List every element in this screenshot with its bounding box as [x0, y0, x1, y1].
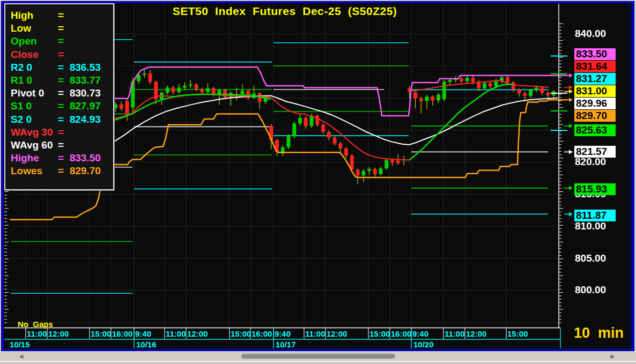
candle-body — [489, 83, 492, 86]
candle-body — [413, 92, 417, 99]
time-label: 9:40 — [412, 329, 428, 338]
candle-body — [195, 84, 198, 90]
price-value-badge: 829.70 — [574, 110, 616, 122]
time-label: 15:00 — [369, 329, 390, 338]
candle-body — [114, 105, 117, 108]
candle-body — [321, 125, 325, 132]
candle-body — [431, 96, 434, 100]
legend-row-label: R1 0 — [11, 74, 58, 87]
time-label: 9:40 — [275, 329, 291, 338]
candle-body — [149, 73, 152, 82]
candle-body — [304, 118, 308, 127]
time-label: 12:00 — [187, 329, 208, 338]
indicator-legend-panel: High=Low=Open=Close=R2 0= 836.53R1 0= 83… — [4, 3, 114, 190]
horizontal-scrollbar[interactable]: ◄ ► — [0, 351, 636, 362]
candle-body — [367, 169, 371, 171]
price-value-badge: 821.57 — [574, 146, 616, 158]
price-value-badge: 829.96 — [574, 98, 616, 109]
time-label: 16:00 — [391, 329, 411, 338]
time-label: 15:00 — [231, 329, 251, 338]
legend-row-label: WAvg 30 — [11, 126, 58, 139]
candle-body — [120, 105, 123, 109]
candle-body — [506, 77, 509, 83]
legend-row-value: = — [58, 139, 64, 152]
legend-row-label: High — [11, 9, 58, 22]
scrollbar-thumb[interactable] — [241, 354, 395, 359]
legend-row-label: Highe — [11, 152, 58, 165]
scroll-left-arrow-icon[interactable]: ◄ — [18, 352, 25, 361]
candle-body — [172, 87, 175, 92]
legend-row-value: = 830.73 — [58, 87, 101, 100]
legend-row: Lowes= 829.70 — [11, 165, 113, 177]
candle-body — [166, 87, 169, 93]
price-value-badge: 831.00 — [574, 85, 616, 97]
candle-body — [373, 169, 377, 174]
price-value-badge: 831.64 — [574, 61, 616, 72]
candle-body — [494, 81, 498, 86]
legend-row-value: = — [58, 126, 64, 139]
legend-row: R1 0= 833.77 — [11, 74, 113, 87]
legend-row: Open= — [11, 35, 113, 48]
candle-body — [298, 118, 302, 124]
candle-body — [460, 79, 463, 81]
candle-body — [310, 116, 314, 126]
price-axis-label: 840.00 — [575, 28, 617, 40]
candle-body — [535, 87, 538, 90]
candle-body — [419, 99, 423, 101]
candle-body — [241, 91, 245, 94]
legend-row: Low= — [11, 22, 113, 35]
candle-body — [442, 82, 446, 99]
time-label: 12:00 — [466, 329, 486, 338]
candle-body — [361, 171, 365, 175]
legend-row: Pivot 0= 830.73 — [11, 87, 113, 100]
legend-row: Close= — [11, 48, 113, 61]
candle-body — [465, 78, 469, 81]
candle-body — [287, 136, 291, 147]
legend-row-value: = 827.97 — [58, 100, 101, 113]
candle-body — [292, 123, 296, 136]
time-label: 11:00 — [445, 329, 465, 338]
legend-row: R2 0= 836.53 — [11, 61, 113, 74]
legend-row-value: = 833.77 — [58, 74, 101, 87]
price-arrow-icon — [569, 85, 573, 90]
legend-row: Highe= 833.50 — [11, 152, 113, 165]
price-axis-label: 800.00 — [575, 284, 617, 296]
price-value-badge: 811.87 — [574, 210, 616, 221]
candle-body — [396, 161, 400, 164]
time-label: 15:00 — [507, 329, 528, 338]
candle-body — [529, 90, 533, 96]
price-axis-label: 805.00 — [575, 252, 617, 264]
legend-row-label: WAvg 60 — [11, 139, 58, 152]
candle-body — [471, 78, 475, 82]
price-value-badge: 825.63 — [574, 124, 616, 136]
candle-body — [206, 88, 210, 92]
scroll-right-arrow-icon[interactable]: ► — [609, 352, 616, 361]
time-label: 9:40 — [135, 329, 151, 338]
price-arrow-icon — [569, 124, 573, 128]
price-arrow-icon — [569, 73, 573, 78]
legend-row-label: S2 0 — [11, 113, 58, 126]
time-label: 11:00 — [166, 329, 186, 338]
legend-row-value: = — [58, 9, 64, 22]
legend-row-value: = 836.53 — [58, 61, 101, 74]
legend-row: S2 0= 824.93 — [11, 113, 113, 126]
candle-body — [143, 73, 146, 75]
date-label: 10/15 — [10, 340, 30, 348]
time-label: 15:00 — [91, 329, 111, 338]
price-value-badge: 833.50 — [574, 48, 616, 60]
legend-row: WAvg 30= — [11, 126, 113, 139]
candle-body — [338, 143, 342, 148]
timeframe-label: 10 min — [574, 325, 624, 341]
candle-body — [333, 138, 337, 144]
wavg60-line — [114, 95, 558, 145]
price-arrow-icon — [569, 90, 573, 94]
no-gaps-label: No Gaps — [18, 320, 53, 329]
date-label: 10/16 — [136, 340, 157, 348]
candle-body — [189, 84, 193, 85]
candle-body — [512, 83, 515, 90]
legend-row-value: = — [58, 35, 64, 48]
legend-row-label: Low — [11, 22, 58, 35]
candle-body — [344, 148, 348, 155]
candle-body — [183, 86, 187, 88]
candle-body — [356, 170, 360, 176]
